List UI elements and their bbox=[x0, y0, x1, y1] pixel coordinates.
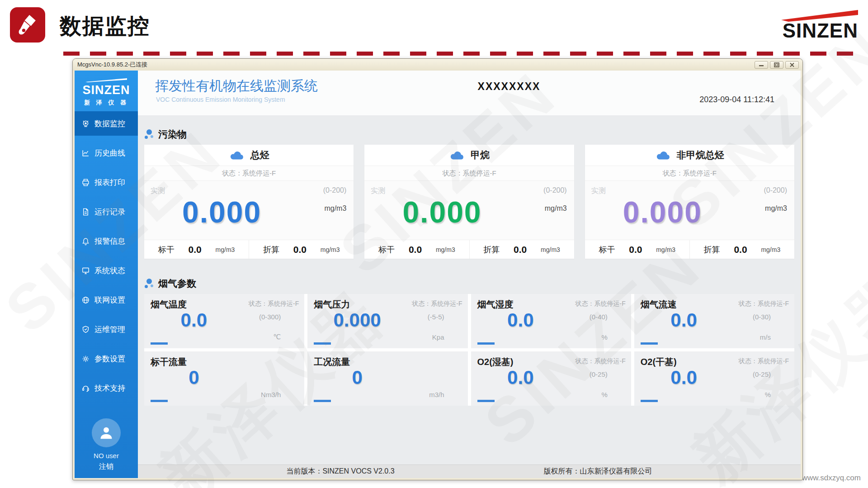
flue-card-o2-dry: O2(干基) 状态：系统停运-F (0-25) 0.0 % bbox=[634, 351, 794, 406]
logout-button[interactable]: 注销 bbox=[75, 462, 138, 472]
sidebar-item-maintenance[interactable]: 运维管理 bbox=[75, 317, 138, 341]
dry-basis-unit: mg/m3 bbox=[656, 246, 675, 253]
avatar[interactable] bbox=[92, 418, 121, 447]
alarm-info-icon bbox=[81, 237, 90, 246]
section-title: 污染物 bbox=[158, 128, 187, 141]
flue-status: 状态：系统停运-F bbox=[739, 357, 789, 365]
dry-basis-value: 0.0 bbox=[409, 244, 422, 255]
accent-bar bbox=[151, 400, 168, 402]
flue-card-pressure: 烟气压力 状态：系统停运-F (-5-5) 0.000 Kpa bbox=[307, 294, 467, 348]
history-curve-icon bbox=[81, 149, 90, 157]
sidebar-item-system-status[interactable]: 系统状态 bbox=[75, 258, 138, 283]
flue-unit: Nm3/h bbox=[261, 391, 281, 398]
dry-basis-cell: 标干 0.0 mg/m3 bbox=[144, 240, 249, 259]
converted-label: 折算 bbox=[483, 244, 500, 255]
flue-name: 烟气温度 bbox=[151, 298, 187, 311]
flue-value: 0.0 bbox=[144, 309, 244, 331]
pen-badge-icon bbox=[10, 7, 45, 43]
pollutant-unit: mg/m3 bbox=[765, 204, 787, 213]
flue-range: (0-30) bbox=[753, 313, 771, 321]
pen-nib-icon bbox=[16, 13, 39, 37]
flue-unit: m/s bbox=[760, 333, 771, 341]
accent-bar bbox=[477, 342, 495, 345]
sidebar-item-label: 技术支持 bbox=[94, 383, 125, 393]
dashboard-content: 污染物 总烃 状态：系统停运-F 实测 0.000 (0-200) bbox=[138, 116, 801, 464]
flue-status: 状态：系统停运-F bbox=[249, 300, 299, 308]
user-icon bbox=[97, 424, 115, 442]
flue-unit: % bbox=[601, 391, 607, 398]
window-title: McgsVnc-10.9.85.2-已连接 bbox=[77, 61, 147, 69]
converted-cell: 折算 0.0 mg/m3 bbox=[469, 240, 574, 259]
section-title: 烟气参数 bbox=[158, 277, 196, 290]
accent-bar bbox=[477, 400, 495, 402]
user-block: NO user 注销 bbox=[75, 418, 138, 478]
accent-bar bbox=[314, 400, 331, 402]
sidebar-menu: 数据监控 历史曲线 报表打印 bbox=[75, 111, 138, 405]
converted-unit: mg/m3 bbox=[541, 246, 560, 253]
sidebar-item-parameter-settings[interactable]: 参数设置 bbox=[75, 346, 138, 371]
pollutant-range: (0-200) bbox=[764, 186, 787, 194]
app-title-en: VOC Continuous Emission Monitoring Syste… bbox=[156, 96, 285, 103]
dry-basis-label: 标干 bbox=[158, 244, 175, 255]
pollutant-name: 总烃 bbox=[250, 149, 269, 161]
flue-unit: Kpa bbox=[432, 333, 444, 341]
app-header: 挥发性有机物在线监测系统 VOC Continuous Emission Mon… bbox=[138, 71, 801, 116]
converted-cell: 折算 0.0 mg/m3 bbox=[689, 240, 794, 259]
brand-logo: SINZEN bbox=[774, 10, 858, 40]
pollutant-status: 状态：系统停运-F bbox=[364, 166, 574, 181]
cloud-icon bbox=[229, 150, 245, 161]
sidebar-item-network-settings[interactable]: 联网设置 bbox=[75, 288, 138, 312]
pollutant-range: (0-200) bbox=[323, 186, 347, 194]
maximize-button[interactable] bbox=[770, 61, 783, 69]
dry-basis-value: 0.0 bbox=[189, 244, 202, 255]
cloud-icon bbox=[449, 150, 465, 161]
dry-basis-unit: mg/m3 bbox=[436, 246, 455, 253]
sidebar-item-label: 系统状态 bbox=[94, 265, 125, 276]
pollutant-value: 0.000 bbox=[364, 185, 519, 240]
report-print-icon bbox=[81, 178, 90, 187]
flue-value: 0 bbox=[307, 367, 407, 389]
converted-cell: 折算 0.0 mg/m3 bbox=[249, 240, 354, 259]
flue-range: (-5-5) bbox=[428, 313, 444, 321]
sidebar-item-run-log[interactable]: 运行记录 bbox=[75, 199, 138, 224]
flue-status: 状态：系统停运-F bbox=[576, 357, 626, 365]
flue-range: (0-25) bbox=[753, 370, 771, 378]
converted-label: 折算 bbox=[704, 244, 720, 255]
sidebar-item-history-curve[interactable]: 历史曲线 bbox=[75, 141, 138, 165]
dry-basis-unit: mg/m3 bbox=[216, 246, 235, 253]
sidebar-logo-text: SINZEN bbox=[77, 84, 135, 96]
close-button[interactable] bbox=[785, 61, 799, 69]
maximize-icon bbox=[774, 62, 779, 67]
flue-name: 烟气湿度 bbox=[477, 298, 514, 311]
sidebar-item-tech-support[interactable]: 技术支持 bbox=[75, 376, 138, 400]
page-title: 数据监控 bbox=[60, 12, 150, 41]
sidebar-item-data-monitor[interactable]: 数据监控 bbox=[75, 111, 138, 136]
data-monitor-icon bbox=[81, 119, 90, 128]
flue-range: (0-40) bbox=[590, 313, 608, 321]
flue-name: 标干流量 bbox=[151, 356, 187, 368]
accent-bar bbox=[641, 342, 658, 345]
user-name: NO user bbox=[75, 452, 138, 460]
sidebar-item-report-print[interactable]: 报表打印 bbox=[75, 170, 138, 194]
flue-value: 0.0 bbox=[634, 309, 734, 331]
pollutants-section-header: 污染物 bbox=[144, 128, 794, 141]
system-status-icon bbox=[81, 266, 90, 275]
station-name: XXXXXXXX bbox=[478, 81, 541, 93]
pollutant-cards-row: 总烃 状态：系统停运-F 实测 0.000 (0-200) mg/m3 标干 bbox=[144, 145, 794, 259]
flue-cards-grid: 烟气温度 状态：系统停运-F (0-300) 0.0 ℃ 烟气压力 状态：系统停… bbox=[144, 294, 794, 406]
converted-value: 0.0 bbox=[734, 244, 747, 255]
tech-support-icon bbox=[81, 384, 90, 393]
pollutant-name: 非甲烷总烃 bbox=[677, 149, 724, 161]
sidebar-item-alarm-info[interactable]: 报警信息 bbox=[75, 229, 138, 253]
flue-status: 状态：系统停运-F bbox=[412, 300, 462, 308]
flue-card-humidity: 烟气湿度 状态：系统停运-F (0-40) 0.0 % bbox=[471, 294, 631, 348]
converted-value: 0.0 bbox=[293, 244, 307, 255]
flue-value: 0.0 bbox=[471, 309, 571, 331]
sidebar-item-label: 联网设置 bbox=[94, 295, 125, 305]
minimize-button[interactable] bbox=[755, 61, 768, 69]
dry-basis-label: 标干 bbox=[599, 244, 615, 255]
accent-bar bbox=[641, 400, 658, 402]
window-titlebar[interactable]: McgsVnc-10.9.85.2-已连接 bbox=[73, 59, 802, 71]
vnc-window: McgsVnc-10.9.85.2-已连接 SINZEN 新 泽 仪 器 bbox=[72, 58, 803, 480]
flue-card-dry-flow: 标干流量 0 Nm3/h bbox=[144, 351, 304, 406]
